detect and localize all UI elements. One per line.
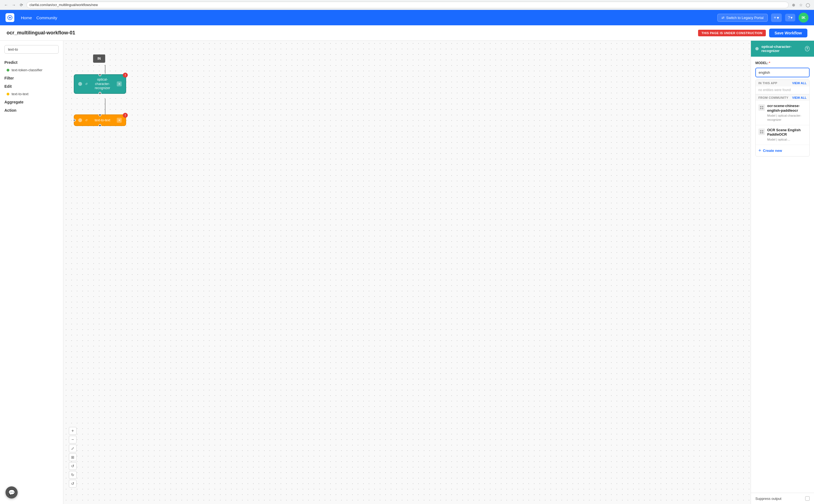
- ocr-node-refresh-icon: ↺: [84, 82, 88, 86]
- main-nav: Home Community: [21, 15, 57, 20]
- model-search-input[interactable]: [755, 68, 810, 77]
- left-sidebar: Predict text-token-classifier Filter Edi…: [0, 41, 63, 504]
- url-text: clarifai.com/ian/ocr_multilingual/workfl…: [29, 3, 98, 7]
- in-node[interactable]: IN: [93, 54, 105, 63]
- grid-button[interactable]: ⊞: [69, 453, 76, 461]
- model-result-1-sub: Model | optical-character-recognizer: [767, 114, 807, 122]
- switch-legacy-label: Switch to Legacy Portal: [726, 16, 764, 20]
- sidebar-section-filter[interactable]: Filter: [0, 74, 63, 82]
- ocr-node-handle-bottom[interactable]: [99, 92, 101, 95]
- in-node-label: IN: [97, 57, 101, 61]
- home-nav-item[interactable]: Home: [21, 15, 32, 20]
- zoom-in-button[interactable]: +: [69, 427, 76, 435]
- sidebar-section-edit[interactable]: Edit: [0, 82, 63, 90]
- node-search-input[interactable]: [4, 45, 59, 54]
- ocr-node-delete-button[interactable]: ✕: [117, 81, 122, 86]
- community-view-all[interactable]: VIEW ALL: [792, 96, 807, 99]
- user-avatar[interactable]: IK: [799, 13, 808, 23]
- app-logo: [6, 13, 14, 22]
- svg-rect-11: [762, 130, 763, 132]
- text-to-text-node[interactable]: ↺ text-to-text ✕ !: [74, 114, 126, 126]
- sidebar-item-text-to-text[interactable]: text-to-text: [0, 90, 63, 98]
- panel-body: MODEL: * IN THIS APP VIEW ALL no entitie…: [751, 57, 814, 493]
- suppress-output-row: Suppress output: [751, 493, 814, 504]
- back-button[interactable]: ←: [3, 2, 9, 8]
- suppress-checkbox[interactable]: [805, 496, 810, 501]
- canvas-background: [63, 41, 751, 504]
- create-plus-icon: +: [758, 148, 761, 154]
- community-nav-item[interactable]: Community: [36, 15, 57, 20]
- search-wrap: [0, 45, 63, 58]
- right-panel-header: optical-character-recognizer ?: [751, 41, 814, 57]
- chat-bubble[interactable]: 💬: [6, 486, 18, 498]
- reset-button[interactable]: ↺: [69, 480, 76, 487]
- redo-button[interactable]: ↻: [69, 471, 76, 479]
- ttt-node-status-icon: [78, 118, 82, 122]
- workflow-canvas: IN ↺ optical-character-recognizer ✕ ! ↺ …: [63, 41, 751, 504]
- model-result-2-name: OCR Scene English PaddleOCR: [767, 128, 807, 137]
- browser-bar: ← → ⟳ clarifai.com/ian/ocr_multilingual/…: [0, 0, 814, 10]
- browser-icons: ⊕ ☆ ◯: [791, 2, 811, 8]
- svg-rect-8: [760, 108, 761, 109]
- sidebar-item-label: text-to-text: [12, 92, 28, 96]
- ttt-node-label: text-to-text: [90, 118, 114, 122]
- dot-green-icon: [7, 69, 9, 72]
- undo-button[interactable]: ↺: [69, 462, 76, 470]
- ocr-node[interactable]: ↺ optical-character-recognizer ✕ !: [74, 74, 126, 94]
- svg-rect-12: [760, 132, 761, 133]
- ocr-node-error-badge: !: [123, 73, 128, 78]
- extensions-icon: ⊕: [791, 2, 796, 8]
- switch-icon: ⇄: [722, 16, 725, 20]
- create-new-label: Create new: [763, 149, 782, 153]
- svg-point-1: [9, 17, 11, 18]
- in-this-app-view-all[interactable]: VIEW ALL: [792, 81, 807, 85]
- ocr-node-label: optical-character-recognizer: [90, 78, 114, 91]
- create-button[interactable]: + ▾: [771, 13, 782, 22]
- ttt-node-delete-button[interactable]: ✕: [117, 118, 122, 123]
- help-button[interactable]: ? ▾: [785, 14, 795, 21]
- model-result-1-name: ocr-scene-chinese-english-paddleocr: [767, 104, 807, 113]
- page-title: ocr_multilingual-workflow-01: [7, 30, 698, 36]
- forward-button[interactable]: →: [11, 2, 17, 8]
- bookmark-icon: ☆: [798, 2, 804, 8]
- sidebar-section-aggregate[interactable]: Aggregate: [0, 98, 63, 106]
- svg-rect-9: [762, 108, 763, 109]
- model-result-1[interactable]: ocr-scene-chinese-english-paddleocr Mode…: [756, 101, 809, 125]
- model-result-2[interactable]: OCR Scene English PaddleOCR Model | opti…: [756, 125, 809, 145]
- ttt-node-handle-top[interactable]: [99, 114, 101, 116]
- model-label: MODEL: *: [755, 61, 810, 65]
- chat-icon: 💬: [8, 489, 15, 496]
- ttt-node-handle-left[interactable]: [73, 119, 76, 122]
- no-entities-message: no entities were found: [756, 86, 809, 94]
- panel-title: optical-character-recognizer: [761, 45, 802, 53]
- model-result-2-sub: Model | optical-...: [767, 138, 807, 142]
- model-result-1-text: ocr-scene-chinese-english-paddleocr Mode…: [767, 104, 807, 122]
- ocr-node-handle-top[interactable]: [99, 73, 101, 76]
- svg-rect-6: [760, 106, 761, 107]
- ttt-node-refresh-icon: ↺: [84, 118, 88, 122]
- sidebar-section-predict[interactable]: Predict: [0, 58, 63, 66]
- app-header: Home Community ⇄ Switch to Legacy Portal…: [0, 10, 814, 25]
- svg-rect-7: [762, 106, 763, 107]
- fit-button[interactable]: ⤢: [69, 445, 76, 452]
- ocr-node-status-icon: [78, 82, 82, 86]
- switch-legacy-button[interactable]: ⇄ Switch to Legacy Portal: [717, 14, 768, 22]
- create-new-row[interactable]: + Create new: [756, 145, 809, 156]
- sidebar-section-action[interactable]: Action: [0, 106, 63, 114]
- zoom-controls: + − ⤢ ⊞ ↺ ↻ ↺: [69, 427, 76, 487]
- zoom-out-button[interactable]: −: [69, 436, 76, 443]
- header-right: ⇄ Switch to Legacy Portal + ▾ ? ▾ IK: [717, 13, 808, 23]
- refresh-button[interactable]: ⟳: [19, 2, 24, 8]
- suppress-label: Suppress output: [755, 497, 782, 501]
- model-result-2-text: OCR Scene English PaddleOCR Model | opti…: [767, 128, 807, 142]
- from-community-header: FROM COMMUNITY VIEW ALL: [756, 94, 809, 101]
- model-result-2-icon: [758, 128, 765, 135]
- under-construction-badge: THIS PAGE IS UNDER CONSTRUCTION: [698, 30, 766, 36]
- ttt-node-handle-bottom[interactable]: [99, 124, 101, 127]
- save-workflow-button[interactable]: Save Workflow: [769, 29, 807, 37]
- panel-help-icon[interactable]: ?: [805, 46, 810, 51]
- in-this-app-header: IN THIS APP VIEW ALL: [756, 80, 809, 86]
- sidebar-item-text-token-classifier[interactable]: text-token-classifier: [0, 66, 63, 74]
- ttt-node-error-badge: !: [123, 113, 128, 118]
- address-bar[interactable]: clarifai.com/ian/ocr_multilingual/workfl…: [26, 2, 789, 8]
